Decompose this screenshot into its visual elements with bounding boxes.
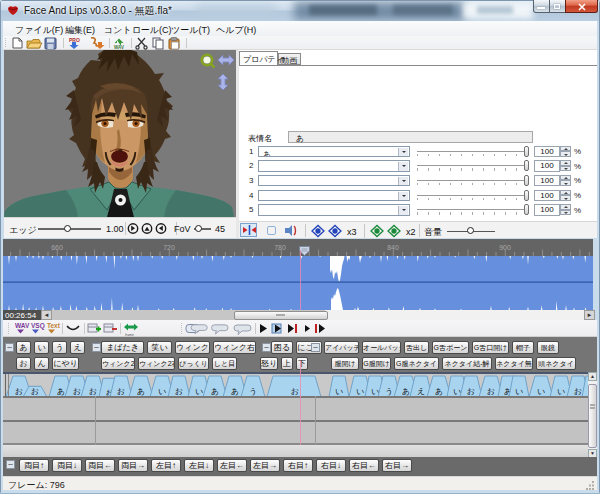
svg-text:お: お (291, 387, 299, 396)
svg-text:お: お (574, 387, 582, 396)
svg-text:WAV: WAV (15, 322, 30, 329)
svg-text:あ: あ (435, 387, 443, 396)
svg-text:お: お (175, 387, 183, 396)
svg-text:う: う (249, 387, 257, 396)
svg-text:い: い (557, 387, 565, 396)
svg-text:い: い (515, 387, 523, 396)
svg-text:お: お (487, 387, 495, 396)
svg-text:x3: x3 (347, 226, 357, 236)
svg-text:780: 780 (274, 244, 286, 251)
svg-text:え: え (417, 387, 425, 396)
svg-text:い: い (158, 387, 166, 396)
svg-text:VSQ: VSQ (31, 322, 45, 330)
svg-text:お: お (117, 387, 125, 396)
svg-text:い: い (356, 387, 364, 396)
svg-text:い: い (453, 387, 461, 396)
svg-text:お: お (31, 387, 39, 396)
svg-text:お: お (73, 387, 81, 396)
svg-text:お: お (467, 387, 475, 396)
svg-text:あ: あ (211, 387, 219, 396)
svg-text:Text: Text (47, 322, 61, 329)
svg-text:あ: あ (402, 387, 410, 396)
svg-text:あ: あ (57, 387, 65, 396)
svg-text:frame: frame (125, 333, 134, 337)
svg-text:う: う (385, 387, 393, 396)
svg-text:あ: あ (137, 387, 145, 396)
svg-text:い: い (195, 387, 203, 396)
svg-text:x2: x2 (406, 226, 416, 236)
svg-text:い: い (335, 387, 343, 396)
svg-text:い: い (371, 387, 379, 396)
svg-text:い: い (537, 387, 545, 396)
svg-text:お: お (89, 387, 97, 396)
svg-text:あ: あ (231, 387, 239, 396)
svg-text:お: お (15, 387, 23, 396)
